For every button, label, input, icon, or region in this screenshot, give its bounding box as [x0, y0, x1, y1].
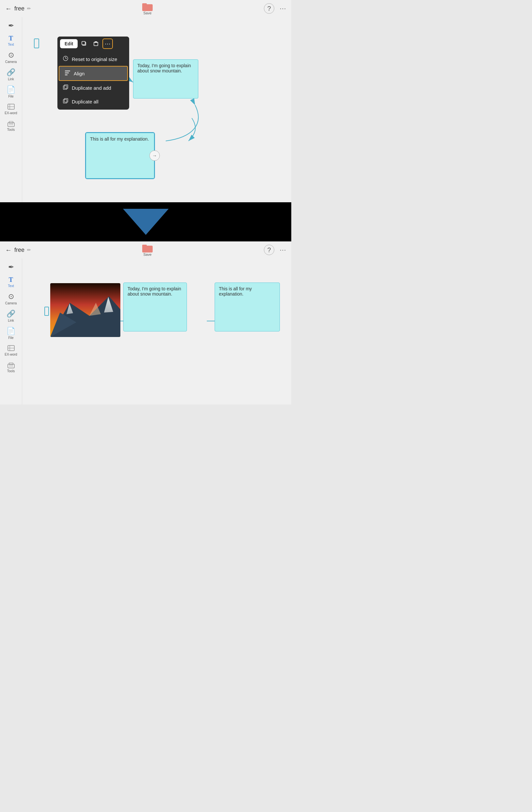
- canvas-top: Edit ⋯ Reset to original size: [22, 17, 291, 202]
- mountain-image[interactable]: [50, 283, 120, 337]
- bottom-sidebar-item-tools[interactable]: Tools: [1, 359, 21, 375]
- bottom-sidebar-item-exword[interactable]: EX-word: [1, 342, 21, 358]
- top-header: ← free ✏ Save ? ⋯: [0, 0, 291, 17]
- bottom-file-icon: 📄: [6, 327, 15, 335]
- menu-items-list: Reset to original size Align Duplicate a…: [57, 51, 129, 110]
- more-button[interactable]: ⋯: [280, 4, 286, 12]
- sidebar-item-text[interactable]: T Text: [1, 33, 21, 48]
- bottom-selection-handle: [44, 307, 49, 316]
- file-icon: 📄: [6, 86, 15, 94]
- sidebar-camera-label: Camera: [5, 60, 17, 63]
- mountain-svg: [50, 283, 120, 337]
- card-top-right[interactable]: Today, I'm going to explain about snow m…: [133, 59, 198, 99]
- svg-rect-29: [142, 245, 147, 247]
- sidebar-link-label: Link: [8, 77, 14, 81]
- bottom-sidebar-link-label: Link: [8, 319, 14, 322]
- bottom-sidebar-item-pen[interactable]: ✒: [1, 261, 21, 273]
- reset-icon: [63, 56, 69, 63]
- bottom-back-button[interactable]: ←: [5, 246, 12, 254]
- svg-rect-14: [82, 41, 85, 45]
- app-title: free: [14, 5, 25, 12]
- menu-item-duplicate-add[interactable]: Duplicate and add: [57, 81, 129, 95]
- bottom-sidebar-exword-label: EX-word: [4, 353, 17, 356]
- bottom-pen-icon: ✒: [8, 263, 14, 272]
- svg-rect-25: [64, 85, 68, 88]
- menu-item-reset[interactable]: Reset to original size: [57, 52, 129, 66]
- sidebar-item-exword[interactable]: EX-word: [1, 101, 21, 117]
- svg-rect-34: [9, 363, 13, 365]
- bottom-help-button[interactable]: ?: [264, 245, 274, 255]
- more-options-button[interactable]: ⋯: [102, 39, 113, 49]
- edit-button[interactable]: Edit: [60, 39, 78, 48]
- bottom-panel: ← free ✏ Save ? ⋯ ✒ T Text ⊙ Camera: [0, 242, 291, 405]
- sidebar-tools-label: Tools: [7, 128, 15, 131]
- menu-item-align[interactable]: Align: [59, 66, 128, 81]
- pen-icon: ✒: [8, 21, 14, 30]
- svg-rect-26: [63, 100, 67, 103]
- sidebar-item-file[interactable]: 📄 File: [1, 84, 21, 100]
- copy-button[interactable]: [79, 39, 89, 49]
- bottom-app-title: free: [14, 247, 25, 253]
- svg-rect-22: [65, 72, 69, 73]
- edit-title-icon[interactable]: ✏: [27, 6, 31, 11]
- help-button[interactable]: ?: [264, 3, 274, 14]
- duplicate-add-icon: [63, 84, 69, 91]
- menu-item-duplicate-all[interactable]: Duplicate all: [57, 95, 129, 108]
- selected-element-handle: [34, 39, 39, 48]
- bottom-link-icon: 🔗: [6, 309, 15, 318]
- canvas-bottom: Today, I'm going to explain about snow m…: [22, 258, 291, 405]
- bottom-tools-icon: [7, 361, 15, 369]
- svg-rect-15: [94, 42, 98, 46]
- text-icon: T: [9, 34, 13, 42]
- card-right-bottom[interactable]: This is all for my explanation.: [215, 282, 280, 332]
- sidebar-item-link[interactable]: 🔗 Link: [1, 66, 21, 83]
- bottom-header-left: ← free ✏: [5, 246, 31, 254]
- duplicate-all-icon: [63, 98, 69, 105]
- sidebar-item-camera[interactable]: ⊙ Camera: [1, 49, 21, 66]
- menu-toolbar: Edit ⋯: [57, 37, 129, 51]
- tools-icon: [7, 119, 15, 127]
- bottom-text-icon: T: [9, 276, 13, 284]
- sidebar-file-label: File: [8, 95, 13, 98]
- header-center: Save: [142, 2, 153, 15]
- card-right-bottom-text: This is all for my explanation.: [219, 286, 252, 296]
- card-bottom-left-text: This is all for my explanation.: [90, 136, 149, 142]
- card-middle-bottom-text: Today, I'm going to explain about snow m…: [128, 286, 181, 296]
- bottom-sidebar-camera-label: Camera: [5, 302, 17, 305]
- save-folder-icon[interactable]: [142, 2, 153, 11]
- bottom-header-center: Save: [142, 243, 153, 257]
- bottom-save-folder-icon[interactable]: [142, 243, 153, 252]
- delete-button[interactable]: [91, 39, 101, 49]
- transition-section: [0, 202, 291, 242]
- sidebar-item-pen[interactable]: ✒: [1, 19, 21, 32]
- sidebar-item-tools[interactable]: Tools: [1, 117, 21, 133]
- save-label: Save: [143, 11, 151, 15]
- card-bottom-left[interactable]: This is all for my explanation. →: [86, 133, 154, 178]
- bottom-camera-icon: ⊙: [8, 292, 14, 301]
- bottom-more-button[interactable]: ⋯: [280, 246, 286, 254]
- bottom-sidebar-item-link[interactable]: 🔗 Link: [1, 308, 21, 324]
- bottom-sidebar-item-file[interactable]: 📄 File: [1, 325, 21, 342]
- svg-rect-1: [142, 3, 147, 5]
- exword-icon: [7, 103, 15, 111]
- header-right: ? ⋯: [264, 3, 286, 14]
- duplicate-all-label: Duplicate all: [72, 99, 99, 104]
- sidebar-text-label: Text: [8, 43, 14, 46]
- bottom-sidebar-file-label: File: [8, 336, 13, 339]
- top-panel: ← free ✏ Save ? ⋯ ✒ T Text ⊙ Camera: [0, 0, 291, 202]
- context-menu: Edit ⋯ Reset to original size: [57, 37, 129, 110]
- reset-label: Reset to original size: [72, 56, 117, 62]
- bottom-sidebar-item-text[interactable]: T Text: [1, 274, 21, 290]
- align-icon: [64, 70, 71, 77]
- card-top-right-text: Today, I'm going to explain about snow m…: [137, 63, 191, 73]
- bottom-sidebar-item-camera[interactable]: ⊙ Camera: [1, 290, 21, 307]
- bottom-header-right: ? ⋯: [264, 245, 286, 255]
- bottom-sidebar-text-label: Text: [8, 284, 14, 288]
- card-nav-arrow[interactable]: →: [149, 150, 160, 161]
- card-middle-bottom[interactable]: Today, I'm going to explain about snow m…: [123, 282, 187, 332]
- back-button[interactable]: ←: [5, 5, 12, 12]
- sidebar-exword-label: EX-word: [4, 111, 17, 115]
- svg-rect-23: [65, 74, 68, 75]
- triangle-down-icon: [123, 209, 168, 235]
- bottom-edit-title-icon[interactable]: ✏: [27, 247, 31, 252]
